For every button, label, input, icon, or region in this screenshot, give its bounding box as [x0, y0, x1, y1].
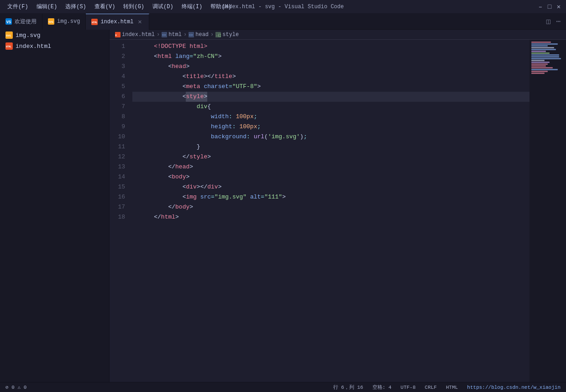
code-line: <div></div>	[132, 182, 529, 192]
status-line-ending[interactable]: CRLF	[423, 385, 439, 390]
minimize-button[interactable]: –	[537, 3, 544, 10]
menu-bar[interactable]: 文件(F)编辑(E)选择(S)查看(V)转到(G)调试(D)终端(I)帮助(H)	[4, 2, 235, 11]
status-position[interactable]: 行 6，列 16	[331, 384, 365, 391]
breadcrumb-sep-2: ›	[183, 31, 187, 38]
menu-item[interactable]: 选择(S)	[62, 2, 90, 11]
menu-item[interactable]: 终端(I)	[178, 2, 206, 11]
menu-item[interactable]: 文件(F)	[4, 2, 32, 11]
breadcrumb-sep-1: ›	[157, 31, 160, 38]
code-editor[interactable]: 123456789101112131415161718 <!DOCTYPE ht…	[110, 40, 566, 382]
code-line: </html>	[132, 212, 529, 222]
code-line: <html lang="zh-CN">	[132, 52, 529, 62]
title-bar: 文件(F)编辑(E)选择(S)查看(V)转到(G)调试(D)终端(I)帮助(H)…	[0, 0, 566, 14]
svg-text:H: H	[115, 34, 117, 37]
code-content[interactable]: <!DOCTYPE html> <html lang="zh-CN"> <hea…	[132, 40, 529, 382]
tab-index-html-label: index.html	[100, 19, 133, 25]
code-line: <head>	[132, 62, 529, 72]
tab-img-svg[interactable]: SVG img.svg	[42, 14, 86, 30]
svg-text:HTML: HTML	[6, 46, 11, 48]
breadcrumb-html-icon: H	[115, 32, 121, 37]
tab-img-svg-label: img.svg	[57, 18, 80, 25]
maximize-button[interactable]: □	[546, 3, 553, 10]
sidebar: SVG img.svg HTML index.html	[0, 30, 110, 382]
breadcrumb-html[interactable]: <> html	[162, 31, 182, 38]
tab-welcome-label: 欢迎使用	[15, 18, 37, 26]
vscode-icon: VS	[5, 18, 12, 25]
status-right: 行 6，列 16 空格: 4 UTF-8 CRLF HTML https://b…	[331, 384, 562, 391]
breadcrumb-head-label: head	[195, 31, 209, 38]
menu-item[interactable]: 调试(D)	[149, 2, 177, 11]
breadcrumb-head[interactable]: <> head	[189, 31, 209, 38]
breadcrumb-html-label: html	[168, 31, 182, 38]
main-area: SVG img.svg HTML index.html H index.html…	[0, 30, 566, 382]
svg-text:<>: <>	[162, 33, 166, 37]
svg-text:HTML: HTML	[92, 21, 98, 24]
status-bar: ⊘ 0 ⚠ 0 行 6，列 16 空格: 4 UTF-8 CRLF HTML h…	[0, 382, 566, 392]
svg-text:SVG: SVG	[48, 21, 53, 24]
code-line: }	[132, 142, 529, 152]
window-controls[interactable]: – □ ✕	[537, 3, 562, 10]
menu-item[interactable]: 转到(G)	[120, 2, 148, 11]
breadcrumb-file[interactable]: H index.html	[115, 31, 155, 38]
svg-text:.{}: .{}	[216, 33, 221, 37]
breadcrumb-css-icon: .{}	[215, 32, 221, 37]
minimap-content	[529, 40, 566, 76]
svg-text:SVG: SVG	[6, 34, 11, 37]
code-line: <title></title>	[132, 72, 529, 82]
warning-count: 0	[24, 385, 27, 390]
code-line: </style>	[132, 152, 529, 162]
html-icon: HTML	[5, 42, 13, 50]
tab-close-button[interactable]: ✕	[136, 18, 143, 26]
error-icon: ⊘	[5, 385, 9, 390]
code-line: <style>	[132, 92, 529, 102]
code-line: <!DOCTYPE html>	[132, 42, 529, 52]
breadcrumb: H index.html › <> html › <> head ›	[110, 30, 566, 40]
close-button[interactable]: ✕	[555, 3, 562, 10]
breadcrumb-style[interactable]: .{} style	[215, 31, 239, 38]
tab-bar-actions: ◫ ⋯	[545, 16, 566, 27]
window-title: index.html - svg - Visual Studio Code	[222, 4, 344, 10]
more-actions-icon[interactable]: ⋯	[554, 16, 562, 27]
breadcrumb-sep-3: ›	[210, 31, 214, 38]
tab-welcome[interactable]: VS 欢迎使用	[0, 14, 42, 30]
svg-text:<>: <>	[189, 33, 193, 37]
html-file-icon: HTML	[91, 19, 98, 25]
code-line: height: 100px;	[132, 122, 529, 132]
svg-file-icon: SVG	[48, 18, 54, 25]
code-line: background: url('img.svg');	[132, 132, 529, 142]
editor-area: H index.html › <> html › <> head ›	[110, 30, 566, 382]
split-editor-icon[interactable]: ◫	[545, 16, 553, 27]
minimap	[529, 40, 566, 382]
status-encoding[interactable]: UTF-8	[399, 385, 418, 390]
code-line: </head>	[132, 162, 529, 172]
tab-bar: VS 欢迎使用 SVG img.svg HTML index.html ✕ ◫ …	[0, 14, 566, 30]
svg-text:VS: VS	[6, 20, 11, 25]
sidebar-filename-img-svg: img.svg	[16, 32, 41, 39]
breadcrumb-file-label: index.html	[122, 31, 155, 38]
warning-icon: ⚠	[17, 385, 21, 390]
menu-item[interactable]: 编辑(E)	[33, 2, 61, 11]
code-line: </body>	[132, 202, 529, 212]
code-line: <body>	[132, 172, 529, 182]
status-link[interactable]: https://blog.csdn.net/w_xiaojin	[465, 385, 562, 390]
menu-item[interactable]: 查看(V)	[91, 2, 119, 11]
line-numbers: 123456789101112131415161718	[110, 40, 132, 382]
tab-index-html[interactable]: HTML index.html ✕	[86, 14, 149, 30]
code-line: div{	[132, 102, 529, 112]
breadcrumb-style-label: style	[222, 31, 239, 38]
breadcrumb-tag-icon-1: <>	[162, 32, 167, 37]
svg-icon: SVG	[5, 31, 13, 39]
sidebar-filename-index-html: index.html	[16, 43, 51, 50]
sidebar-item-index-html[interactable]: HTML index.html	[0, 41, 109, 52]
code-line: width: 100px;	[132, 112, 529, 122]
status-spaces[interactable]: 空格: 4	[371, 384, 393, 391]
code-line: <img src="img.svg" alt="111">	[132, 192, 529, 202]
code-line: <meta charset="UTF-8">	[132, 82, 529, 92]
breadcrumb-tag-icon-2: <>	[189, 32, 194, 37]
status-language[interactable]: HTML	[444, 385, 460, 390]
error-count: 0	[11, 385, 15, 390]
status-left: ⊘ 0 ⚠ 0	[4, 384, 28, 390]
status-errors[interactable]: ⊘ 0 ⚠ 0	[4, 384, 28, 390]
sidebar-item-img-svg[interactable]: SVG img.svg	[0, 30, 109, 41]
